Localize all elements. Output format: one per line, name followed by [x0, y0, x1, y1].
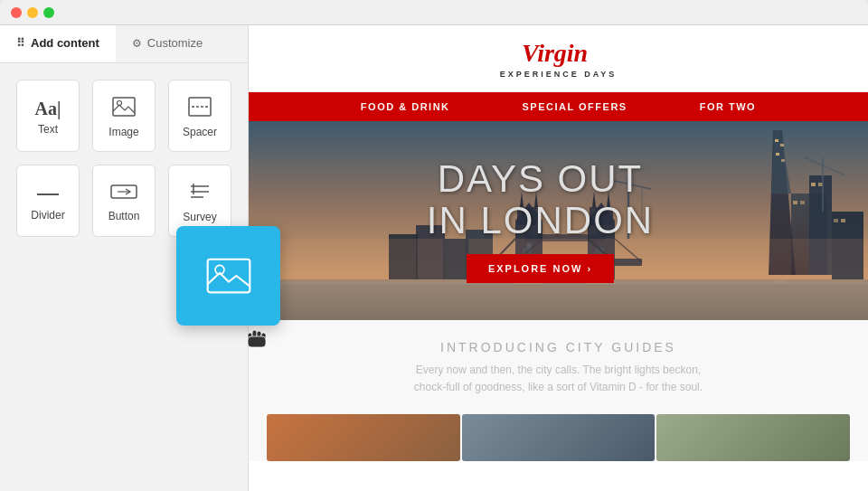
hero-content: DAYS OUT IN LONDON EXPLORE NOW ›: [427, 158, 654, 283]
tab-add-content[interactable]: ⠿ Add content: [0, 25, 116, 62]
city-strip-item-3: [656, 414, 850, 461]
button-icon: [110, 183, 137, 204]
image-icon: [112, 97, 136, 120]
brand-experience-days: EXPERIENCE DAYS: [500, 70, 618, 79]
survey-icon: [189, 182, 211, 205]
hero-section: DAYS OUT IN LONDON EXPLORE NOW ›: [249, 121, 868, 320]
svg-rect-21: [776, 153, 779, 156]
intro-section: INTRODUCING CITY GUIDES Every now and th…: [249, 320, 868, 407]
tab-customize-label: Customize: [147, 36, 203, 50]
survey-label: Survey: [183, 211, 216, 223]
svg-rect-30: [834, 219, 838, 222]
content-item-button[interactable]: Button: [92, 165, 156, 237]
drag-image-icon: [206, 258, 251, 294]
content-item-image[interactable]: Image: [92, 80, 156, 152]
intro-desc: Every now and then, the city calls. The …: [369, 362, 749, 396]
gear-icon: ⚙: [132, 37, 142, 50]
tab-bar: ⠿ Add content ⚙ Customize: [0, 25, 248, 63]
svg-rect-64: [773, 280, 787, 283]
svg-text:Virgin: Virgin: [522, 39, 588, 67]
grid-icon: ⠿: [16, 36, 25, 50]
spacer-icon: [188, 97, 212, 120]
svg-rect-28: [811, 183, 816, 186]
svg-rect-71: [248, 336, 266, 347]
hero-cta-button[interactable]: EXPLORE NOW ›: [467, 254, 614, 283]
svg-rect-26: [793, 201, 797, 204]
content-item-text[interactable]: Aa| Text: [16, 80, 80, 152]
city-strip-item-1: [267, 414, 460, 461]
nav-special-offers[interactable]: SPECIAL OFFERS: [523, 101, 627, 112]
intro-title: INTRODUCING CITY GUIDES: [267, 340, 850, 354]
preview-area: Virgin EXPERIENCE DAYS FOOD & DRINK SPEC…: [249, 25, 868, 491]
svg-rect-0: [113, 98, 135, 116]
divider-label: Divider: [31, 209, 64, 222]
svg-rect-22: [781, 159, 785, 162]
tab-add-label: Add content: [31, 36, 99, 50]
brand-virgin: Virgin: [522, 38, 594, 71]
text-label: Text: [38, 123, 58, 136]
nav-bar: FOOD & DRINK SPECIAL OFFERS FOR TWO: [249, 92, 868, 121]
main-layout: ⠿ Add content ⚙ Customize Aa| Text: [0, 25, 868, 491]
nav-for-two[interactable]: FOR TWO: [700, 101, 756, 112]
tab-customize[interactable]: ⚙ Customize: [116, 25, 219, 62]
svg-rect-65: [207, 260, 250, 293]
city-strip-item-2: [462, 414, 656, 461]
window-maximize-btn[interactable]: [43, 7, 54, 18]
cursor: [246, 324, 271, 354]
window-minimize-btn[interactable]: [27, 7, 38, 18]
brand-header: Virgin EXPERIENCE DAYS: [249, 25, 868, 92]
brand-logo: Virgin EXPERIENCE DAYS: [500, 38, 618, 79]
image-label: Image: [108, 126, 138, 138]
svg-rect-19: [775, 139, 778, 142]
spacer-label: Spacer: [183, 126, 217, 138]
drag-image-block[interactable]: [176, 226, 280, 326]
svg-rect-27: [800, 201, 805, 204]
svg-rect-31: [841, 219, 845, 222]
svg-rect-20: [780, 144, 784, 146]
content-grid: Aa| Text Image: [0, 63, 248, 253]
window-chrome: [0, 0, 868, 25]
hero-title: DAYS OUT IN LONDON: [427, 158, 654, 241]
svg-rect-14: [249, 279, 868, 320]
divider-icon: [36, 184, 60, 203]
content-item-spacer[interactable]: Spacer: [168, 80, 231, 152]
window-close-btn[interactable]: [11, 7, 22, 18]
content-item-divider[interactable]: Divider: [16, 165, 80, 237]
city-strip: [249, 407, 868, 461]
button-label: Button: [108, 210, 140, 222]
svg-rect-16: [249, 288, 868, 290]
nav-food-drink[interactable]: FOOD & DRINK: [361, 101, 450, 112]
text-icon: Aa|: [35, 99, 61, 118]
